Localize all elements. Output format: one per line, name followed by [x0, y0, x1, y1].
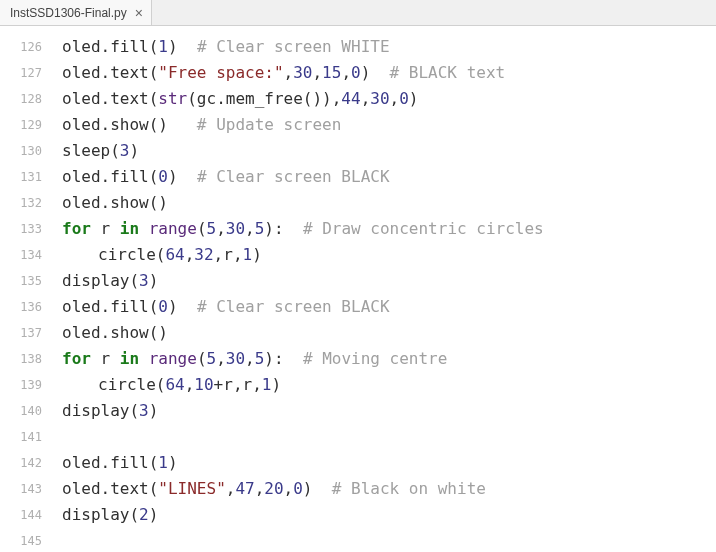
token-ident: r	[91, 219, 120, 238]
token-ident: )	[168, 297, 197, 316]
token-com: # Black on white	[332, 479, 486, 498]
code-editor[interactable]: 1261271281291301311321331341351361371381…	[0, 26, 716, 552]
token-ident: sleep(	[62, 141, 120, 160]
code-line[interactable]: oled.show()	[62, 190, 716, 216]
token-num: 5	[255, 349, 265, 368]
tab-bar: InstSSD1306-Final.py ×	[0, 0, 716, 26]
token-str: "LINES"	[158, 479, 225, 498]
code-line[interactable]: oled.text(str(gc.mem_free()),44,30,0)	[62, 86, 716, 112]
line-number: 131	[0, 164, 42, 190]
token-ident: oled.text(	[62, 479, 158, 498]
token-num: 0	[158, 167, 168, 186]
token-num: 1	[243, 245, 253, 264]
token-ident: ,	[226, 479, 236, 498]
line-number: 144	[0, 502, 42, 528]
line-number: 140	[0, 398, 42, 424]
line-number: 142	[0, 450, 42, 476]
token-com: # Update screen	[197, 115, 342, 134]
token-ident: (gc.mem_free()),	[187, 89, 341, 108]
token-com: # Draw concentric circles	[303, 219, 544, 238]
token-num: 30	[226, 349, 245, 368]
token-num: 5	[207, 349, 217, 368]
code-line[interactable]: oled.text("LINES",47,20,0) # Black on wh…	[62, 476, 716, 502]
code-line[interactable]: sleep(3)	[62, 138, 716, 164]
token-ident: ):	[264, 219, 303, 238]
token-num: 1	[158, 37, 168, 56]
code-line[interactable]: display(2)	[62, 502, 716, 528]
token-kw: for	[62, 219, 91, 238]
code-line[interactable]: display(3)	[62, 268, 716, 294]
token-num: 30	[293, 63, 312, 82]
token-num: 64	[165, 245, 184, 264]
token-num: 30	[226, 219, 245, 238]
code-line[interactable]: for r in range(5,30,5): # Moving centre	[62, 346, 716, 372]
code-line[interactable]	[62, 424, 716, 450]
code-line[interactable]: oled.show()	[62, 320, 716, 346]
line-number: 136	[0, 294, 42, 320]
line-number: 130	[0, 138, 42, 164]
token-num: 30	[370, 89, 389, 108]
editor-tab[interactable]: InstSSD1306-Final.py ×	[0, 0, 152, 25]
token-ident: display(	[62, 271, 139, 290]
token-ident: ,	[245, 349, 255, 368]
code-line[interactable]: oled.show() # Update screen	[62, 112, 716, 138]
token-builtin: str	[158, 89, 187, 108]
token-num: 20	[264, 479, 283, 498]
tab-filename: InstSSD1306-Final.py	[10, 6, 127, 20]
token-ident: ,	[361, 89, 371, 108]
code-line[interactable]: for r in range(5,30,5): # Draw concentri…	[62, 216, 716, 242]
line-number-gutter: 1261271281291301311321331341351361371381…	[0, 26, 52, 552]
line-number: 138	[0, 346, 42, 372]
token-ident: (	[197, 349, 207, 368]
code-line[interactable]: oled.fill(0) # Clear screen BLACK	[62, 294, 716, 320]
code-line[interactable]	[62, 528, 716, 552]
code-area[interactable]: oled.fill(1) # Clear screen WHITEoled.te…	[52, 26, 716, 552]
token-kw: in	[120, 219, 139, 238]
token-num: 47	[235, 479, 254, 498]
token-ident: )	[168, 37, 197, 56]
token-ident: )	[252, 245, 262, 264]
token-ident: )	[409, 89, 419, 108]
code-line[interactable]: oled.text("Free space:",30,15,0) # BLACK…	[62, 60, 716, 86]
code-line[interactable]: circle(64,32,r,1)	[62, 242, 716, 268]
token-ident: ):	[264, 349, 303, 368]
code-line[interactable]: oled.fill(0) # Clear screen BLACK	[62, 164, 716, 190]
token-num: 64	[165, 375, 184, 394]
line-number: 139	[0, 372, 42, 398]
token-ident: display(	[62, 505, 139, 524]
token-ident	[139, 219, 149, 238]
token-ident: ,	[185, 375, 195, 394]
token-ident: oled.fill(	[62, 37, 158, 56]
token-com: # Clear screen BLACK	[197, 297, 390, 316]
code-line[interactable]: oled.fill(1) # Clear screen WHITE	[62, 34, 716, 60]
token-ident	[139, 349, 149, 368]
token-ident: circle(	[98, 375, 165, 394]
close-icon[interactable]: ×	[135, 6, 143, 20]
token-num: 32	[194, 245, 213, 264]
token-num: 1	[262, 375, 272, 394]
token-ident: )	[129, 141, 139, 160]
token-ident: ,	[390, 89, 400, 108]
token-builtin: range	[149, 219, 197, 238]
token-ident: )	[303, 479, 332, 498]
token-ident: )	[149, 505, 159, 524]
line-number: 126	[0, 34, 42, 60]
token-num: 15	[322, 63, 341, 82]
token-ident: )	[271, 375, 281, 394]
code-line[interactable]: oled.fill(1)	[62, 450, 716, 476]
token-ident: )	[168, 453, 178, 472]
token-ident: oled.fill(	[62, 297, 158, 316]
line-number: 141	[0, 424, 42, 450]
token-ident: (	[197, 219, 207, 238]
token-ident: circle(	[98, 245, 165, 264]
token-builtin: range	[149, 349, 197, 368]
code-line[interactable]: circle(64,10+r,r,1)	[62, 372, 716, 398]
line-number: 128	[0, 86, 42, 112]
token-ident: oled.show()	[62, 193, 168, 212]
token-str: "Free space:"	[158, 63, 283, 82]
token-num: 44	[341, 89, 360, 108]
line-number: 133	[0, 216, 42, 242]
token-com: # Clear screen BLACK	[197, 167, 390, 186]
token-ident: ,	[216, 219, 226, 238]
code-line[interactable]: display(3)	[62, 398, 716, 424]
